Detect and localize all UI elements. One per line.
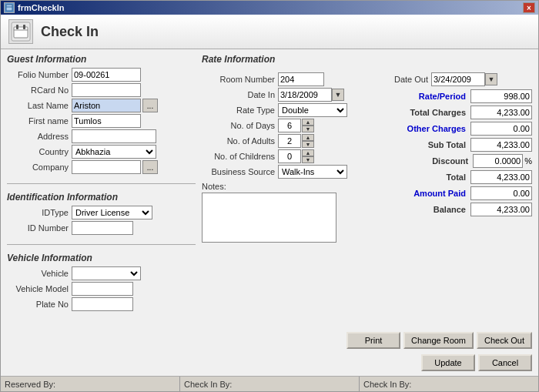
status-bar: Reserved By: Check In By: Check In By:: [1, 376, 538, 391]
no-of-days-group: No. of Days ▲ ▼: [202, 119, 374, 132]
check-in-by-1-segment: Check In By:: [180, 377, 360, 391]
id-type-label: IDType: [7, 208, 69, 217]
days-down-button[interactable]: ▼: [302, 126, 314, 132]
company-input[interactable]: [72, 160, 141, 174]
identification-title: Identification Information: [7, 192, 196, 203]
country-label: Country: [7, 147, 69, 156]
first-name-input[interactable]: [72, 114, 141, 128]
no-of-childrens-spinner: ▲ ▼: [278, 149, 314, 163]
rate-period-label: Rate/Period: [419, 92, 466, 101]
cancel-button[interactable]: Cancel: [478, 354, 532, 371]
sub-total-row: Sub Total: [382, 138, 532, 152]
last-name-search-button[interactable]: ...: [142, 99, 158, 112]
title-bar-text: frmCheckIn: [18, 3, 65, 12]
svg-rect-0: [6, 5, 12, 11]
charges-area: Date Out ▼ Rate/Period Total Charges: [382, 72, 532, 244]
business-source-group: Business Source Walk-Ins Online Agent: [202, 165, 374, 179]
business-source-select[interactable]: Walk-Ins Online Agent: [278, 165, 347, 179]
rate-type-select[interactable]: Double Single Suite: [278, 103, 347, 117]
left-panel: Guest Information Folio Number RCard No …: [7, 54, 196, 371]
right-panel: Rate Information Room Number Date In ▼: [202, 54, 532, 371]
plate-no-input[interactable]: [72, 297, 133, 311]
no-of-childrens-label: No. of Childrens: [202, 152, 275, 161]
page-title: Check In: [41, 24, 99, 40]
no-of-days-spinner: ▲ ▼: [278, 119, 314, 132]
print-button[interactable]: Print: [346, 332, 400, 349]
rate-left-area: Room Number Date In ▼ Rate Type: [202, 72, 374, 244]
rate-period-row: Rate/Period: [382, 89, 532, 103]
no-of-adults-input[interactable]: [278, 134, 301, 148]
balance-value[interactable]: [470, 203, 532, 216]
total-row: Total: [382, 170, 532, 184]
date-out-picker[interactable]: ▼: [431, 72, 497, 86]
balance-row: Balance: [382, 203, 532, 216]
check-in-by-1-label: Check In By:: [184, 380, 232, 389]
notes-label: Notes:: [202, 182, 374, 191]
button-row-1: Print Change Room Check Out: [346, 332, 532, 349]
balance-label: Balance: [434, 205, 466, 214]
app-icon: [4, 2, 15, 13]
no-of-childrens-group: No. of Childrens ▲ ▼: [202, 149, 374, 163]
amount-paid-label: Amount Paid: [413, 189, 466, 198]
vehicle-model-input[interactable]: [72, 282, 133, 296]
svg-rect-6: [23, 25, 25, 29]
country-select[interactable]: Abkhazia: [72, 145, 156, 159]
address-input[interactable]: [72, 129, 156, 143]
change-room-button[interactable]: Change Room: [403, 332, 474, 349]
button-row-2: Update Cancel: [421, 354, 532, 371]
company-search-button[interactable]: ...: [142, 160, 158, 174]
adults-down-button[interactable]: ▼: [302, 141, 314, 148]
id-number-input[interactable]: [72, 221, 133, 235]
folio-number-input[interactable]: [72, 68, 141, 82]
title-bar-left: frmCheckIn: [4, 2, 65, 13]
vehicle-select[interactable]: [72, 266, 141, 280]
business-source-label: Business Source: [202, 167, 275, 176]
rcard-input[interactable]: [72, 83, 141, 97]
date-in-group: Date In ▼: [202, 88, 374, 102]
adults-up-button[interactable]: ▲: [302, 134, 314, 141]
last-name-input[interactable]: [72, 99, 141, 112]
rate-period-value[interactable]: [470, 89, 532, 103]
room-number-input[interactable]: [278, 72, 324, 86]
checkin-icon: [8, 19, 33, 44]
guest-info-section: Guest Information Folio Number RCard No …: [7, 54, 196, 176]
discount-group: %: [473, 154, 532, 168]
plate-no-group: Plate No: [7, 297, 196, 311]
date-in-dropdown-button[interactable]: ▼: [332, 89, 344, 101]
last-name-group: Last Name ...: [7, 99, 196, 112]
discount-value[interactable]: [473, 154, 523, 168]
total-value[interactable]: [470, 170, 532, 184]
date-out-dropdown-button[interactable]: ▼: [485, 73, 497, 85]
check-in-by-2-segment: Check In By:: [360, 377, 538, 391]
date-in-input[interactable]: [278, 88, 332, 102]
room-number-label: Room Number: [202, 75, 275, 84]
childrens-up-button[interactable]: ▲: [302, 149, 314, 156]
close-button[interactable]: ×: [523, 2, 535, 13]
button-area: Print Change Room Check Out Update Cance…: [202, 324, 532, 371]
no-of-days-input[interactable]: [278, 119, 301, 132]
no-of-adults-spinner: ▲ ▼: [278, 134, 314, 148]
id-type-select[interactable]: Driver License Passport ID Card: [72, 206, 152, 219]
no-of-adults-group: No. of Adults ▲ ▼: [202, 134, 374, 148]
header-bar: Check In: [1, 15, 538, 49]
update-button[interactable]: Update: [421, 354, 475, 371]
date-out-group: Date Out ▼: [382, 72, 532, 86]
identification-section: Identification Information IDType Driver…: [7, 192, 196, 236]
date-in-picker[interactable]: ▼: [278, 88, 344, 102]
reserved-by-segment: Reserved By:: [1, 377, 180, 391]
rate-info-title: Rate Information: [202, 54, 532, 65]
other-charges-value[interactable]: [470, 122, 532, 136]
childrens-down-button[interactable]: ▼: [302, 156, 314, 163]
days-up-button[interactable]: ▲: [302, 119, 314, 126]
notes-textarea[interactable]: [202, 193, 336, 243]
sub-total-value[interactable]: [470, 138, 532, 152]
date-in-label: Date In: [202, 90, 275, 99]
check-out-button[interactable]: Check Out: [477, 332, 532, 349]
total-label: Total: [447, 173, 466, 182]
discount-row: Discount %: [382, 154, 532, 168]
plate-no-label: Plate No: [7, 300, 69, 309]
total-charges-value[interactable]: [470, 106, 532, 119]
date-out-input[interactable]: [431, 72, 485, 86]
no-of-childrens-input[interactable]: [278, 149, 301, 163]
amount-paid-value[interactable]: [470, 186, 532, 200]
